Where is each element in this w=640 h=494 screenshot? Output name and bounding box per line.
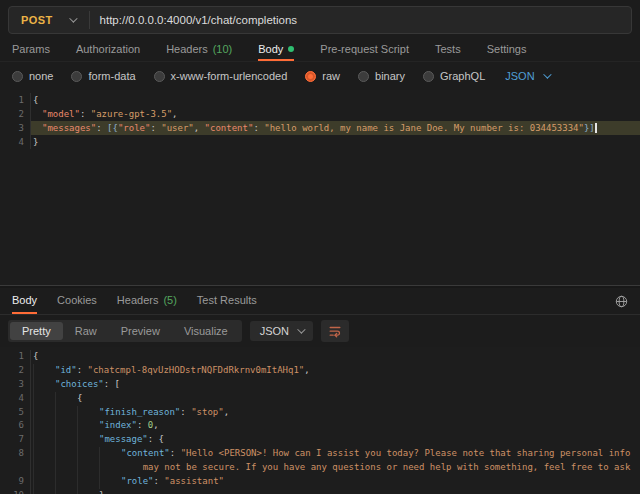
code-token: { — [33, 93, 38, 107]
code-line-content: { — [30, 93, 640, 107]
tab-body[interactable]: Body — [258, 38, 294, 61]
body-mode-x-www-form-urlencoded[interactable]: x-www-form-urlencoded — [154, 70, 288, 82]
response-tab-cookies[interactable]: Cookies — [57, 288, 97, 314]
request-language-select[interactable]: JSON — [505, 70, 548, 82]
code-line-content: "id": "chatcmpl-8qvUzHODstrNQFDdRkrnv0mI… — [30, 364, 640, 378]
response-tab-body[interactable]: Body — [12, 288, 37, 314]
indent-guide — [33, 107, 42, 121]
code-line: 2"id": "chatcmpl-8qvUzHODstrNQFDdRkrnv0m… — [0, 364, 640, 378]
chevron-down-icon — [297, 325, 305, 333]
response-tab-headers[interactable]: Headers (5) — [117, 288, 177, 314]
body-mode-binary[interactable]: binary — [358, 70, 405, 82]
globe-icon[interactable] — [615, 295, 628, 308]
language-label: JSON — [505, 70, 534, 82]
mode-label: binary — [375, 70, 405, 82]
code-token: "role" — [121, 475, 154, 489]
code-line-content: } — [30, 135, 640, 149]
code-token: "stop" — [191, 406, 224, 420]
body-mode-none[interactable]: none — [12, 70, 53, 82]
line-number: 3 — [0, 121, 30, 135]
url-bar: POST http://0.0.0.0:4000/v1/chat/complet… — [8, 6, 632, 34]
tab-label: Headers — [166, 43, 208, 55]
code-token: }] — [584, 121, 595, 135]
code-token: "message" — [99, 433, 148, 447]
code-token: : — [170, 447, 181, 461]
view-pretty-button[interactable]: Pretty — [10, 322, 63, 340]
tab-authorization[interactable]: Authorization — [76, 38, 140, 61]
line-number: 9 — [0, 475, 30, 489]
response-tabs: Body Cookies Headers (5) Test Results — [0, 288, 640, 315]
code-line: 10} — [0, 489, 640, 494]
indent-guide — [33, 433, 55, 447]
tab-settings[interactable]: Settings — [487, 38, 527, 61]
code-token: : [ — [104, 378, 120, 392]
mode-label: GraphQL — [440, 70, 485, 82]
code-line: 6"index": 0, — [0, 419, 640, 433]
code-token: { — [77, 392, 82, 406]
indent-guide — [55, 461, 77, 475]
code-line: 3"choices": [ — [0, 378, 640, 392]
code-token: "choices" — [55, 378, 104, 392]
indent-guide — [33, 489, 55, 494]
language-label: JSON — [260, 325, 289, 337]
indent-guide — [33, 419, 55, 433]
body-mode-row: none form-data x-www-form-urlencoded raw… — [0, 62, 640, 90]
indent-guide — [55, 406, 77, 420]
line-number: 2 — [0, 364, 30, 378]
code-token: { — [33, 350, 38, 364]
text-cursor — [595, 123, 597, 133]
code-token: : — [150, 121, 161, 135]
wrap-text-button[interactable] — [321, 320, 349, 342]
code-token: "content" — [121, 447, 170, 461]
line-number — [0, 461, 30, 475]
view-visualize-button[interactable]: Visualize — [172, 322, 240, 340]
tab-tests[interactable]: Tests — [435, 38, 461, 61]
body-mode-raw[interactable]: raw — [305, 70, 340, 82]
code-line-content: } — [30, 489, 640, 494]
indent-guide — [99, 461, 121, 475]
view-raw-button[interactable]: Raw — [63, 322, 109, 340]
method-selector[interactable]: POST — [9, 7, 89, 33]
response-body-viewer[interactable]: 1{2"id": "chatcmpl-8qvUzHODstrNQFDdRkrnv… — [0, 347, 640, 494]
body-mode-graphql[interactable]: GraphQL — [423, 70, 485, 82]
chevron-down-icon — [69, 14, 77, 22]
indent-guide — [55, 447, 77, 461]
line-number: 7 — [0, 433, 30, 447]
code-token: "id" — [55, 364, 77, 378]
code-line: 5"finish_reason": "stop", — [0, 406, 640, 420]
code-line: 4{ — [0, 392, 640, 406]
response-toolbar: Pretty Raw Preview Visualize JSON — [0, 315, 640, 347]
tab-params[interactable]: Params — [12, 38, 50, 61]
url-input[interactable]: http://0.0.0.0:4000/v1/chat/completions — [90, 7, 631, 33]
headers-count-badge: (10) — [213, 43, 233, 55]
indent-guide — [77, 475, 99, 489]
line-number: 4 — [0, 135, 30, 149]
code-token: "chatcmpl-8qvUzHODstrNQFDdRkrnv0mItAHq1" — [88, 364, 305, 378]
body-mode-form-data[interactable]: form-data — [71, 70, 135, 82]
code-token: : — [253, 121, 264, 135]
response-language-select[interactable]: JSON — [250, 321, 313, 341]
code-token: "messages" — [42, 121, 96, 135]
tab-headers[interactable]: Headers (10) — [166, 38, 232, 61]
code-line: 9"role": "assistant" — [0, 475, 640, 489]
indent-guide — [77, 461, 99, 475]
tab-pre-request-script[interactable]: Pre-request Script — [320, 38, 409, 61]
request-body-editor[interactable]: 1{2"model": "azure-gpt-3.5",3"messages":… — [0, 90, 640, 285]
code-line-content: "message": { — [30, 433, 640, 447]
response-tab-test-results[interactable]: Test Results — [197, 288, 257, 314]
indent-guide — [33, 475, 55, 489]
radio-icon — [358, 71, 369, 82]
indent-guide — [55, 392, 77, 406]
line-number: 3 — [0, 378, 30, 392]
wrap-text-icon — [328, 324, 342, 338]
code-token: , — [172, 107, 177, 121]
mode-label: form-data — [88, 70, 135, 82]
code-token: : { — [148, 433, 164, 447]
code-token: } — [99, 489, 104, 494]
code-token: [{ — [107, 121, 118, 135]
code-token: "content" — [205, 121, 254, 135]
view-preview-button[interactable]: Preview — [109, 322, 172, 340]
code-line-content: "messages": [{"role": "user", "content":… — [30, 121, 640, 135]
code-token: , — [194, 121, 205, 135]
code-line-content: "choices": [ — [30, 378, 640, 392]
